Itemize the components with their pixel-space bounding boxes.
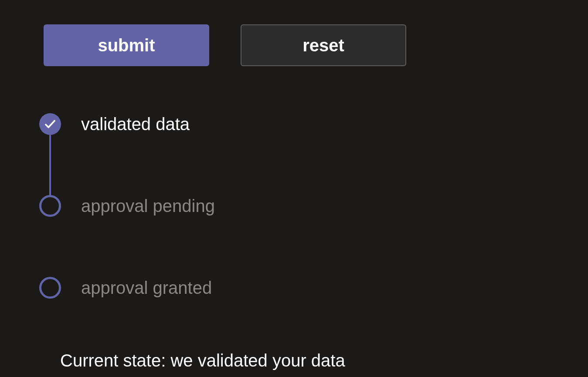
- status-text: Current state: we validated your data: [60, 351, 588, 370]
- submit-button[interactable]: submit: [44, 24, 209, 66]
- step-connector: [49, 135, 51, 196]
- step-approval-pending: approval pending: [39, 195, 588, 217]
- stepper: validated data approval pending approval…: [39, 113, 588, 299]
- step-approval-granted: approval granted: [39, 277, 588, 299]
- step-validated-data: validated data: [39, 113, 588, 135]
- step-label: validated data: [81, 114, 190, 134]
- step-label: approval granted: [81, 278, 212, 298]
- reset-button[interactable]: reset: [241, 24, 406, 66]
- step-label: approval pending: [81, 196, 215, 216]
- button-row: submit reset: [44, 24, 588, 66]
- step-indicator-pending: [39, 195, 61, 217]
- step-indicator-pending: [39, 277, 61, 299]
- step-indicator-completed: [39, 113, 61, 135]
- checkmark-icon: [44, 118, 57, 131]
